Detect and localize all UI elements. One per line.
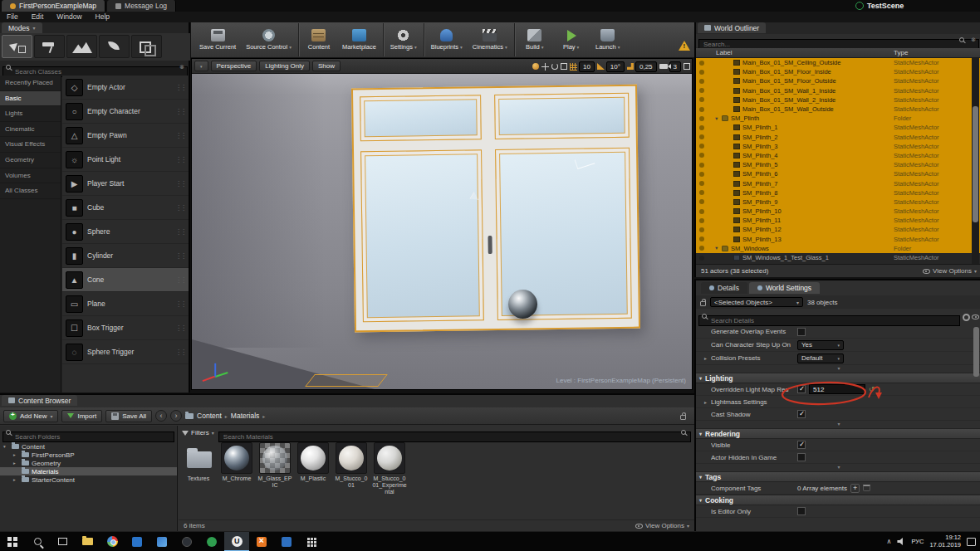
volume-icon[interactable]: [897, 538, 905, 545]
menu-item[interactable]: Window: [50, 12, 88, 22]
visibility-eye-icon[interactable]: [699, 144, 704, 149]
clear-search-icon[interactable]: ⊗: [179, 64, 184, 71]
section-header-rendering[interactable]: ▾ Rendering: [696, 428, 980, 439]
chrome-sphere-mesh[interactable]: [508, 290, 537, 319]
toolbar-button[interactable]: Settings▾: [385, 23, 424, 56]
drag-grip-icon[interactable]: ⋮⋮: [175, 349, 185, 356]
tab-world-settings[interactable]: World Settings: [749, 282, 820, 294]
taskbar-app-slot[interactable]: [125, 532, 149, 551]
placement-category[interactable]: All Classes: [0, 183, 61, 199]
visibility-eye-icon[interactable]: [699, 172, 704, 177]
outliner-row[interactable]: SM_Plinth_2 StaticMeshActor: [696, 133, 980, 142]
property-row[interactable]: Generate Overlap Events: [696, 325, 980, 339]
rotation-snap-value[interactable]: 10°: [606, 61, 625, 72]
placeable-actor[interactable]: ● Sphere ⋮⋮: [62, 220, 189, 244]
visibility-eye-icon[interactable]: [699, 190, 704, 195]
folder-tree-item[interactable]: Materials: [0, 467, 177, 475]
toolbar-button[interactable]: Save Current▾: [194, 23, 241, 56]
foliage-mode-icon[interactable]: [99, 35, 130, 58]
property-checkbox[interactable]: [797, 441, 806, 449]
toolbar-button[interactable]: Blueprints▾: [426, 23, 468, 56]
menu-item[interactable]: Help: [89, 12, 116, 22]
language-indicator[interactable]: РУС: [911, 538, 924, 545]
visibility-eye-icon[interactable]: [699, 116, 704, 121]
viewport-3d-scene[interactable]: Level : FirstPersonExampleMap (Persisten…: [192, 74, 692, 389]
outliner-row[interactable]: SM_Plinth_5 StaticMeshActor: [696, 160, 980, 169]
camera-speed-control[interactable]: 3: [659, 61, 681, 72]
taskbar-app-slot[interactable]: [174, 532, 199, 551]
content-browser-view-options[interactable]: View Options ▾: [635, 522, 689, 529]
toolbar-button[interactable]: Content▾: [301, 23, 337, 56]
reset-to-default-icon[interactable]: ↺: [869, 386, 875, 393]
taskbar-app-slot[interactable]: [50, 532, 75, 551]
outliner-row[interactable]: SM_Plinth_6 StaticMeshActor: [696, 169, 980, 178]
grid-snap-control[interactable]: 10: [570, 61, 595, 72]
light-map-res-input[interactable]: 512: [809, 384, 865, 394]
outliner-row[interactable]: Main_Box_01_SM_Floor_Inside StaticMeshAc…: [696, 67, 980, 76]
advanced-expander-icon[interactable]: ▾: [696, 365, 980, 373]
taskbar-app-slot[interactable]: [0, 532, 25, 551]
drag-grip-icon[interactable]: ⋮⋮: [175, 204, 185, 212]
expander-icon[interactable]: ▼: [714, 246, 722, 251]
placeable-actor[interactable]: △ Empty Pawn ⋮⋮: [62, 124, 189, 148]
outliner-row[interactable]: SM_Plinth_9 StaticMeshActor: [696, 197, 980, 207]
save-all-button[interactable]: Save All: [105, 410, 152, 422]
visibility-eye-icon[interactable]: [699, 218, 704, 223]
place-mode-icon[interactable]: [2, 35, 32, 58]
property-dropdown[interactable]: Yes: [797, 340, 844, 350]
lock-icon[interactable]: [680, 415, 686, 420]
delete-elements-icon[interactable]: [863, 485, 870, 491]
taskbar-app-slot[interactable]: [199, 532, 224, 551]
drag-grip-icon[interactable]: ⋮⋮: [175, 156, 185, 163]
outliner-row[interactable]: SM_Plinth_4 StaticMeshActor: [696, 151, 980, 160]
property-row[interactable]: Cast Shadow: [696, 408, 980, 421]
view-mode-button[interactable]: Lighting Only: [259, 61, 310, 71]
placement-category[interactable]: Recently Placed: [0, 76, 61, 91]
visibility-eye-icon[interactable]: [699, 163, 704, 168]
clear-search-icon[interactable]: ⊗: [971, 37, 976, 43]
toolbar-button[interactable]: Build▾: [517, 23, 553, 56]
folder-tree-item[interactable]: ▸ StarterContent: [0, 475, 177, 484]
taskbar-app-slot[interactable]: [249, 532, 274, 551]
level-viewport[interactable]: ▾ Perspective Lighting Only Show 10 10°: [191, 58, 693, 390]
selected-window-mesh[interactable]: [351, 85, 640, 333]
property-checkbox[interactable]: [797, 507, 806, 515]
section-header-cooking[interactable]: ▾ Cooking: [696, 495, 980, 505]
visibility-eye-icon[interactable]: [699, 107, 704, 112]
tab-details[interactable]: Details: [701, 282, 747, 294]
expander-icon[interactable]: ▸: [13, 477, 19, 482]
rotation-snap-control[interactable]: 10°: [597, 61, 625, 72]
placement-category[interactable]: Geometry: [0, 153, 61, 168]
property-row[interactable]: Can Character Step Up On Yes: [696, 339, 980, 352]
lock-icon[interactable]: [700, 301, 706, 306]
outliner-row[interactable]: Main_Box_01_SM_Wall_Outside StaticMeshAc…: [696, 105, 980, 114]
outliner-row[interactable]: Main_Box_01_SM_Wall_2_Inside StaticMeshA…: [696, 95, 980, 105]
tray-chevron-up-icon[interactable]: ∧: [887, 538, 892, 545]
gear-icon[interactable]: [963, 314, 970, 321]
breadcrumb-item[interactable]: Materials: [231, 412, 259, 420]
toolbar-button[interactable]: Play▾: [553, 23, 590, 56]
property-row[interactable]: Actor Hidden In Game: [696, 451, 980, 464]
visibility-eye-icon[interactable]: [699, 153, 704, 158]
camera-mode-button[interactable]: Perspective: [211, 61, 257, 71]
placeable-actor[interactable]: ▶ Player Start ⋮⋮: [62, 172, 189, 196]
column-header-type[interactable]: Type: [894, 49, 908, 56]
geometry-mode-icon[interactable]: [131, 35, 162, 58]
placeable-actor[interactable]: ☼ Point Light ⋮⋮: [62, 148, 189, 172]
drag-grip-icon[interactable]: ⋮⋮: [175, 228, 185, 236]
advanced-expander-icon[interactable]: ▾: [696, 464, 980, 471]
drag-grip-icon[interactable]: ⋮⋮: [175, 180, 185, 188]
property-row[interactable]: Visible: [696, 439, 980, 451]
taskbar-app-slot[interactable]: [25, 532, 50, 551]
taskbar-app-slot[interactable]: [274, 532, 299, 551]
toolbar-button[interactable]: Source Control▾: [241, 23, 299, 56]
visibility-eye-icon[interactable]: [699, 79, 704, 84]
details-scrollbar-thumb[interactable]: [973, 327, 979, 377]
placement-category[interactable]: Lights: [0, 106, 61, 122]
drag-grip-icon[interactable]: ⋮⋮: [175, 132, 185, 139]
visibility-eye-icon[interactable]: [699, 256, 704, 261]
column-header-label[interactable]: Label: [716, 49, 733, 56]
outliner-row[interactable]: SM_Plinth_13 StaticMeshActor: [696, 235, 980, 244]
scale-tool-icon[interactable]: [561, 63, 567, 70]
outliner-row[interactable]: SM_Plinth_11 StaticMeshActor: [696, 216, 980, 225]
